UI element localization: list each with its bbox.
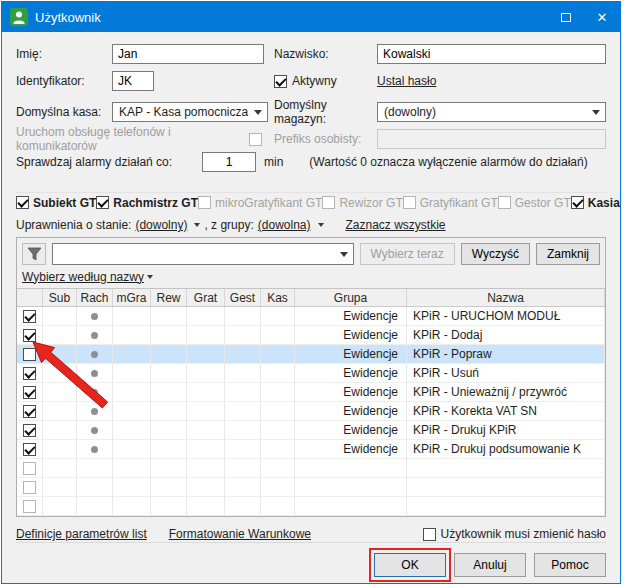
sub-cell [43,459,77,477]
first-name-input[interactable] [112,44,264,64]
default-warehouse-select[interactable]: (dowolny) [377,102,606,122]
identifier-input[interactable] [112,71,154,91]
rew-cell [151,440,187,458]
header-grat[interactable]: Grat [187,289,225,306]
group-filter-label: , z grupy: [204,218,253,232]
default-cash-select[interactable]: KAP - Kasa pomocnicza [112,102,268,122]
maximize-button[interactable] [548,2,584,32]
row-checkbox[interactable] [23,424,36,437]
module-checkbox-kasiarz-gt[interactable]: Kasiarz GT [571,196,621,210]
choose-now-button: Wybierz teraz [360,243,455,265]
grat-cell [187,459,225,477]
ok-button[interactable]: OK [374,553,446,577]
state-filter-dropdown[interactable]: (dowolny) [135,218,187,232]
last-name-input[interactable] [377,44,606,64]
module-checkbox-subiekt-gt[interactable]: Subiekt GT [16,196,96,210]
table-row[interactable]: Ewidencje KPiR - Popraw [17,345,605,364]
table-row[interactable] [17,478,605,497]
row-checkbox[interactable] [23,310,36,323]
rach-cell [77,421,113,439]
table-row[interactable]: Ewidencje KPiR - Usuń [17,364,605,383]
row-checkbox[interactable] [23,329,36,342]
sub-cell [43,440,77,458]
row-checkbox[interactable] [23,405,36,418]
active-checkbox[interactable]: Aktywny [274,74,377,88]
permission-search-combobox[interactable] [52,243,354,265]
table-row[interactable]: Ewidencje KPiR - Unieważnij / przywróć [17,383,605,402]
table-row[interactable]: Ewidencje KPiR - Drukuj podsumowanie K [17,440,605,459]
gest-cell [225,459,261,477]
select-all-link[interactable]: Zaznacz wszystkie [346,218,446,232]
filter-button[interactable] [22,243,46,265]
list-parameters-link[interactable]: Definicje parametrów list [16,527,147,541]
chevron-down-icon [194,223,200,227]
group-cell: Ewidencje [295,345,407,363]
permissions-state-label: Uprawnienia o stanie: [16,218,131,232]
rach-cell [77,326,113,344]
clear-button[interactable]: Wyczyść [461,243,530,265]
mgra-cell [113,402,151,420]
mgra-cell [113,364,151,382]
row-checkbox[interactable] [23,348,36,361]
header-rach[interactable]: Rach [77,289,113,306]
row-checkbox[interactable] [23,500,36,513]
group-cell: Ewidencje [295,383,407,401]
header-check-column[interactable] [17,289,43,306]
row-checkbox[interactable] [23,443,36,456]
set-password-link[interactable]: Ustal hasło [377,74,436,88]
checkbox-icon [498,196,511,209]
mgra-cell [113,478,151,496]
name-cell: KPiR - Dodaj [407,326,605,344]
rew-cell [151,307,187,325]
conditional-formatting-link[interactable]: Formatowanie Warunkowe [169,527,311,541]
rach-cell [77,459,113,477]
sub-cell [43,402,77,420]
header-sub[interactable]: Sub [43,289,77,306]
help-button[interactable]: Pomoc [534,553,606,577]
close-button[interactable]: ✕ [584,2,620,32]
header-mgra[interactable]: mGra [113,289,151,306]
alarms-input[interactable] [202,152,256,172]
sub-cell [43,326,77,344]
table-row[interactable]: Ewidencje KPiR - URUCHOM MODUŁ [17,307,605,326]
gest-cell [225,383,261,401]
close-icon: ✕ [597,10,608,25]
app-icon [10,8,28,26]
choose-by-name-link[interactable]: Wybierz według nazwy [22,270,144,284]
must-change-password-label: Użytkownik musi zmienić hasło [441,527,606,541]
module-checkbox-gestor-gt: Gestor GT [498,196,571,210]
row-checkbox[interactable] [23,481,36,494]
table-row[interactable]: Ewidencje KPiR - Drukuj KPiR [17,421,605,440]
mgra-cell [113,497,151,515]
table-row[interactable] [17,459,605,478]
module-checkbox-rachmistrz-gt[interactable]: Rachmistrz GT [96,196,198,210]
close-filter-button[interactable]: Zamknij [536,243,600,265]
rach-cell [77,307,113,325]
header-kas[interactable]: Kas [261,289,295,306]
cancel-button[interactable]: Anuluj [454,553,526,577]
name-row: Imię: Nazwisko: [16,44,606,64]
name-cell [407,459,605,477]
rach-cell [77,440,113,458]
row-checkbox[interactable] [23,367,36,380]
header-grupa[interactable]: Grupa [295,289,407,306]
table-row[interactable]: Ewidencje KPiR - Korekta VAT SN [17,402,605,421]
grat-cell [187,440,225,458]
table-row[interactable]: Ewidencje KPiR - Dodaj [17,326,605,345]
header-rew[interactable]: Rew [151,289,187,306]
row-checkbox[interactable] [23,462,36,475]
identifier-row: Identyfikator: Aktywny Ustal hasło [16,71,606,91]
header-gest[interactable]: Gest [225,289,261,306]
table-row[interactable] [17,497,605,516]
checkbox-icon [571,196,584,209]
group-filter-dropdown[interactable]: (dowolna) [258,218,311,232]
rach-permission-dot [91,370,98,377]
grat-cell [187,421,225,439]
module-checkbox-mikrogratyfikant-gt: mikroGratyfikant GT [198,196,322,210]
header-nazwa[interactable]: Nazwa [407,289,605,306]
rach-cell [77,345,113,363]
row-checkbox[interactable] [23,386,36,399]
must-change-password-checkbox[interactable]: Użytkownik musi zmienić hasło [423,527,606,541]
grat-cell [187,402,225,420]
chevron-down-icon [147,275,153,279]
